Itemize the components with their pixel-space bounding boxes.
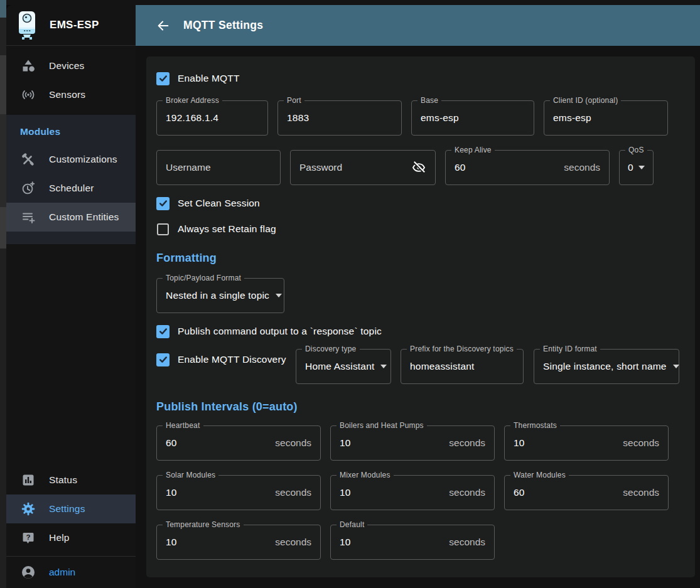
sidebar-item-label: Scheduler [49, 183, 94, 194]
default-interval-field[interactable]: Default 10 seconds [330, 525, 495, 560]
sidebar-item-label: Devices [49, 60, 85, 72]
sidebar-item-label: Custom Entities [49, 211, 119, 223]
settings-card: Enable MQTT Broker Address 192.168.1.4 P… [146, 56, 695, 577]
sidebar-item-label: Sensors [49, 89, 85, 100]
sidebar-item-label: Settings [49, 503, 85, 515]
window-top-edge [6, 0, 700, 5]
chevron-down-icon [673, 365, 679, 368]
sidebar-nav-top: Devices Sensors [6, 46, 136, 115]
sidebar-item-settings[interactable]: Settings [6, 494, 136, 523]
app-window: EMS-ESP Devices [0, 0, 700, 588]
customizations-icon [21, 152, 36, 167]
status-chart-icon [21, 473, 36, 488]
sidebar-item-devices[interactable]: Devices [6, 51, 136, 80]
publish-intervals-section-title: Publish Intervals (0=auto) [156, 400, 685, 414]
sidebar-spacer [6, 244, 136, 466]
appbar: MQTT Settings [136, 5, 700, 46]
publish-intervals-grid: Heartbeat 60 seconds Boilers and Heat Pu… [156, 425, 685, 560]
window-left-edge [0, 0, 6, 588]
edge-segment [0, 0, 6, 18]
broker-address-field[interactable]: Broker Address 192.168.1.4 [156, 100, 268, 136]
sidebar-modules-section: Modules Customizations [6, 115, 136, 244]
back-arrow-button[interactable] [155, 18, 171, 34]
settings-gear-icon [21, 501, 36, 516]
formatting-section-title: Formatting [156, 252, 685, 265]
main-content: Enable MQTT Broker Address 192.168.1.4 P… [136, 46, 700, 588]
clean-session-checkbox-row[interactable]: Set Clean Session [156, 196, 685, 211]
sidebar-nav-bottom: Status [6, 466, 136, 556]
password-visibility-icon[interactable] [411, 160, 426, 175]
sidebar-item-help[interactable]: ? Help [6, 523, 136, 552]
chevron-down-icon [638, 166, 645, 169]
base-field[interactable]: Base ems-esp [411, 100, 534, 136]
retain-flag-checkbox-row[interactable]: Always set Retain flag [156, 222, 685, 237]
password-field[interactable]: Password [290, 150, 436, 185]
checkbox-unchecked-icon[interactable] [157, 223, 169, 235]
temperature-sensors-interval-field[interactable]: Temperature Sensors 10 seconds [156, 525, 321, 560]
sidebar: EMS-ESP Devices [6, 5, 136, 588]
client-id-field[interactable]: Client ID (optional) ems-esp [544, 100, 668, 136]
entity-id-format-select[interactable]: Entity ID format Single instance, short … [534, 349, 679, 384]
sensors-icon [21, 87, 36, 102]
chevron-down-icon [276, 294, 282, 297]
svg-text:?: ? [26, 533, 30, 541]
discovery-type-select[interactable]: Discovery type Home Assistant [296, 349, 391, 384]
admin-link-label: admin [49, 567, 75, 578]
sidebar-item-label: Status [49, 474, 77, 486]
publish-response-checkbox-row[interactable]: Publish command output to a `response` t… [156, 324, 685, 339]
checkbox-checked-icon[interactable] [156, 197, 170, 210]
custom-entities-icon [21, 210, 36, 225]
checkbox-checked-icon[interactable] [156, 72, 170, 85]
water-interval-field[interactable]: Water Modules 60 seconds [504, 475, 669, 510]
page-title: MQTT Settings [183, 19, 263, 32]
chevron-down-icon [380, 365, 387, 368]
help-icon: ? [21, 530, 36, 545]
edge-segment [0, 114, 6, 207]
heartbeat-interval-field[interactable]: Heartbeat 60 seconds [156, 425, 321, 461]
modules-section-header: Modules [6, 121, 136, 145]
boiler-logo-icon [16, 11, 38, 40]
checkbox-checked-icon[interactable] [156, 325, 170, 338]
account-circle-icon [21, 565, 36, 580]
checkbox-checked-icon[interactable] [156, 353, 170, 366]
port-field[interactable]: Port 1883 [277, 100, 402, 136]
solar-interval-field[interactable]: Solar Modules 10 seconds [156, 475, 321, 510]
sidebar-user-admin[interactable]: admin [6, 557, 136, 588]
sidebar-item-sensors[interactable]: Sensors [6, 80, 136, 109]
mqtt-discovery-checkbox-row[interactable]: Enable MQTT Discovery [156, 352, 296, 367]
mixer-interval-field[interactable]: Mixer Modules 10 seconds [330, 475, 495, 510]
discovery-prefix-field[interactable]: Prefix for the Discovery topics homeassi… [401, 349, 524, 384]
sidebar-item-label: Customizations [49, 154, 117, 165]
sidebar-item-label: Help [49, 532, 70, 543]
sidebar-item-scheduler[interactable]: Scheduler [6, 174, 136, 203]
qos-select[interactable]: QoS 0 [619, 150, 654, 185]
app-logo-row: EMS-ESP [6, 5, 136, 46]
edge-segment [0, 55, 6, 114]
edge-segment [0, 207, 6, 249]
sidebar-item-customizations[interactable]: Customizations [6, 145, 136, 174]
sidebar-item-custom-entities[interactable]: Custom Entities [6, 203, 136, 232]
username-field[interactable]: Username [156, 150, 281, 185]
edge-segment [0, 249, 6, 588]
scheduler-clock-icon [21, 181, 36, 196]
enable-mqtt-checkbox-row[interactable]: Enable MQTT [156, 71, 685, 86]
sidebar-item-status[interactable]: Status [6, 466, 136, 494]
boilers-interval-field[interactable]: Boilers and Heat Pumps 10 seconds [330, 425, 495, 461]
keep-alive-field[interactable]: Keep Alive 60 seconds [445, 150, 610, 185]
topic-format-select[interactable]: Topic/Payload Format Nested in a single … [156, 278, 284, 313]
app-name: EMS-ESP [50, 19, 99, 31]
devices-icon [21, 58, 36, 73]
thermostats-interval-field[interactable]: Thermostats 10 seconds [504, 425, 669, 461]
